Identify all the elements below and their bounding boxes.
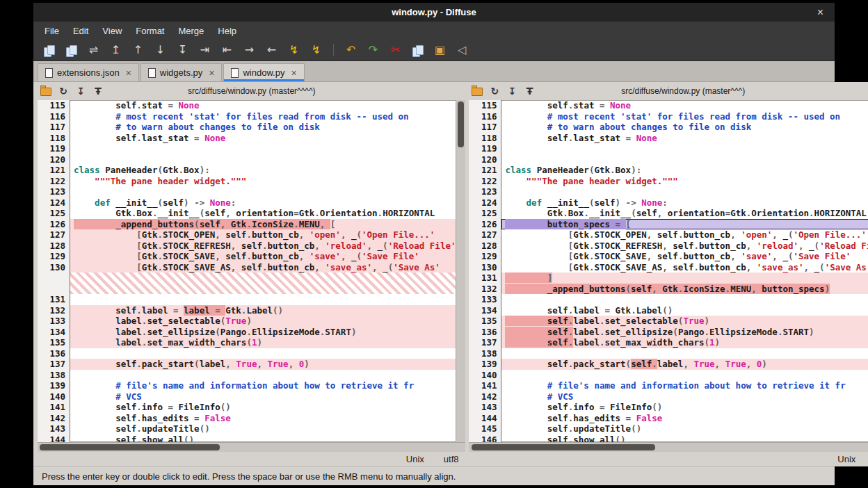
code-line-120[interactable]: 120 — [38, 154, 456, 165]
merge-from-left-then-right-button[interactable]: ↯ — [285, 42, 303, 58]
tab-close-icon[interactable]: × — [291, 67, 296, 79]
menu-file[interactable]: File — [38, 23, 66, 39]
code-line-126[interactable]: 126 _append_buttons(self, Gtk.IconSize.M… — [38, 219, 456, 230]
code-line-128[interactable]: 128 [Gtk.STOCK_REFRESH, self.button_cb, … — [38, 241, 456, 252]
code-line-128[interactable]: 128 [Gtk.STOCK_REFRESH, self.button_cb, … — [469, 241, 868, 252]
window-close-button[interactable]: × — [817, 3, 823, 22]
reload-file-icon[interactable]: ↻ — [488, 85, 501, 97]
code-line-133[interactable]: 133 — [469, 294, 868, 305]
titlebar[interactable]: window.py - Diffuse × — [33, 3, 835, 22]
code-line-142[interactable]: 142 # VCS — [469, 391, 868, 402]
code-line-143[interactable]: 143 self.updateTitle() — [38, 423, 456, 434]
code-line-142[interactable]: 142 self.has_edits = False — [38, 413, 456, 424]
menu-format[interactable]: Format — [129, 23, 171, 39]
code-line-133[interactable]: 133 label.set_selectable(True) — [38, 316, 456, 327]
left-vertical-scrollbar-thumb[interactable] — [458, 101, 464, 147]
code-line-122[interactable]: 122 """The pane header widget.""" — [38, 176, 456, 187]
copy-selection-left-button[interactable]: ← — [263, 42, 280, 58]
code-line-138[interactable]: 138 — [38, 370, 456, 381]
code-line-131[interactable]: 131 — [38, 294, 456, 305]
reload-file-icon[interactable]: ↻ — [57, 85, 70, 97]
code-line-126[interactable]: 126 button_specs = [ — [469, 219, 868, 230]
code-line-140[interactable]: 140 # VCS — [38, 391, 456, 402]
code-line-115[interactable]: 115 self.stat = None — [469, 100, 868, 111]
code-line-141[interactable]: 141 # file's name and information about … — [469, 380, 868, 391]
code-line-118[interactable]: 118 self.last_stat = None — [38, 133, 456, 144]
first-difference-button[interactable]: ↥ — [107, 42, 124, 58]
code-line-127[interactable]: 127 [Gtk.STOCK_OPEN, self.button_cb, 'op… — [469, 229, 868, 241]
code-line-121[interactable]: 121class PaneHeader(Gtk.Box): — [38, 165, 456, 176]
menu-edit[interactable]: Edit — [66, 23, 95, 39]
code-line-130[interactable]: 130 [Gtk.STOCK_SAVE_AS, self.button_cb, … — [38, 262, 456, 273]
right-horizontal-scrollbar-thumb[interactable] — [472, 444, 656, 450]
right-code-area[interactable]: 115 self.stat = None116 # most recent 's… — [469, 100, 868, 442]
menu-view[interactable]: View — [95, 23, 129, 39]
code-line-139[interactable]: 139 # file's name and information about … — [38, 380, 456, 391]
left-code-area[interactable]: 115 self.stat = None116 # most recent 's… — [38, 100, 465, 442]
code-line-123[interactable]: 123 — [38, 186, 456, 197]
copy-selection-right-button[interactable]: → — [241, 42, 258, 58]
code-line-127[interactable]: 127 [Gtk.STOCK_OPEN, self.button_cb, 'op… — [38, 229, 456, 241]
code-line-137[interactable]: 137 self.pack_start(label, True, True, 0… — [38, 359, 456, 370]
code-line-134[interactable]: 134 self.label = Gtk.Label() — [469, 305, 868, 316]
code-line-144[interactable]: 144 self.has_edits = False — [469, 413, 868, 424]
copy-button[interactable] — [409, 42, 426, 58]
code-line-117[interactable]: 117 # to warn about changes to file on d… — [469, 122, 868, 133]
code-line-118[interactable]: 118 self.last_stat = None — [469, 133, 868, 144]
code-line-144[interactable]: 144 self.show_all() — [38, 434, 456, 443]
code-line-130[interactable]: 130 [Gtk.STOCK_SAVE_AS, self.button_cb, … — [469, 262, 868, 273]
merge-from-right-then-left-button[interactable]: ↯ — [307, 42, 325, 58]
code-line-131[interactable]: 131 ] — [469, 273, 868, 284]
open-file-icon[interactable] — [471, 85, 483, 97]
code-line-136[interactable]: 136 — [38, 348, 456, 359]
left-horizontal-scrollbar-thumb[interactable] — [40, 444, 220, 450]
save-file-icon[interactable]: ↧ — [506, 85, 518, 97]
shift-pane-left-button[interactable]: ⇤ — [218, 42, 236, 58]
code-line-136[interactable]: 136 self.label.set_ellipsize(Pango.Ellip… — [469, 327, 868, 338]
code-line-129[interactable]: 129 [Gtk.STOCK_SAVE, self.button_cb, 'sa… — [469, 251, 868, 262]
previous-difference-button[interactable]: ↑ — [129, 42, 147, 58]
menu-help[interactable]: Help — [211, 23, 243, 39]
code-line-123[interactable]: 123 — [469, 186, 868, 197]
code-line-125[interactable]: 125 Gtk.Box.__init__(self, orientation=G… — [469, 208, 868, 219]
code-line-119[interactable]: 119 — [38, 143, 456, 154]
tab-window.py[interactable]: window.py× — [223, 63, 304, 81]
code-line-140[interactable]: 140 — [469, 370, 868, 381]
open-file-icon[interactable] — [40, 85, 52, 97]
code-line-132[interactable]: 132 self.label = label = Gtk.Label() — [38, 305, 456, 316]
save-file-as-icon[interactable]: Ŧ — [92, 85, 104, 97]
cut-button[interactable]: ✂ — [387, 42, 404, 58]
left-horizontal-scrollbar[interactable] — [38, 442, 465, 452]
save-file-as-icon[interactable]: Ŧ — [523, 85, 536, 97]
tab-extensions.json[interactable]: extensions.json× — [38, 63, 139, 81]
menu-merge[interactable]: Merge — [171, 23, 211, 39]
code-line-116[interactable]: 116 # most recent 'stat' for files read … — [38, 111, 456, 122]
tab-close-icon[interactable]: × — [126, 67, 131, 79]
save-file-icon[interactable]: ↧ — [74, 85, 87, 97]
code-line-137[interactable]: 137 self.label.set_max_width_chars(1) — [469, 337, 868, 348]
code-line-146[interactable]: 146 self.show_all() — [469, 434, 868, 443]
code-line-143[interactable]: 143 self.info = FileInfo() — [469, 402, 868, 413]
paste-button[interactable]: ▣ — [431, 42, 449, 58]
code-line-145[interactable]: 145 self.updateTitle() — [469, 423, 868, 434]
code-line-119[interactable]: 119 — [469, 143, 868, 154]
next-difference-button[interactable]: ↓ — [152, 42, 169, 58]
code-line-115[interactable]: 115 self.stat = None — [38, 100, 456, 111]
code-line-122[interactable]: 122 """The pane header widget.""" — [469, 176, 868, 187]
redo-button[interactable]: ↷ — [364, 42, 382, 58]
code-line-134[interactable]: 134 label.set_ellipsize(Pango.EllipsizeM… — [38, 327, 456, 338]
code-line-121[interactable]: 121class PaneHeader(Gtk.Box): — [469, 165, 868, 176]
code-line-117[interactable]: 117 # to warn about changes to file on d… — [38, 122, 456, 133]
code-line-139[interactable]: 139 self.pack_start(self.label, True, Tr… — [469, 359, 868, 370]
code-line-124[interactable]: 124 def __init__(self) -> None: — [469, 197, 868, 209]
code-line-132[interactable]: 132 _append_buttons(self, Gtk.IconSize.M… — [469, 284, 868, 295]
left-vertical-scrollbar[interactable] — [456, 100, 465, 442]
last-difference-button[interactable]: ↧ — [174, 42, 191, 58]
code-line-129[interactable]: 129 [Gtk.STOCK_SAVE, self.button_cb, 'sa… — [38, 251, 456, 262]
shift-pane-right-button[interactable]: ⇥ — [196, 42, 214, 58]
new-3way-file-merge-button[interactable] — [63, 42, 80, 58]
new-2way-file-merge-button[interactable] — [40, 42, 58, 58]
undo-button[interactable]: ↶ — [342, 42, 360, 58]
tab-widgets.py[interactable]: widgets.py× — [140, 63, 223, 81]
right-horizontal-scrollbar[interactable] — [469, 442, 868, 452]
